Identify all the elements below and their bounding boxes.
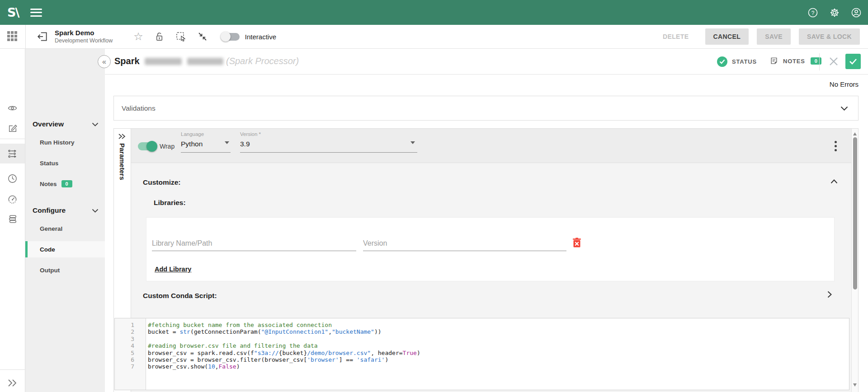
section-label: Overview [33,120,64,128]
confirm-check-button[interactable] [845,54,861,69]
wrap-label: Wrap [160,143,175,150]
history-clock-icon[interactable] [0,168,25,188]
sidenav-section-overview[interactable]: Overview [25,117,105,132]
no-errors-status: No Errors [830,80,859,88]
interactive-toggle[interactable] [222,33,240,41]
wrap-toggle[interactable] [138,142,156,150]
stage-title: Spark [114,56,140,66]
unlock-icon[interactable] [154,32,165,42]
select-mode-icon[interactable] [175,31,186,42]
item-label: Run History [40,139,75,146]
scroll-up-arrow[interactable] [853,132,857,135]
version-label: Version * [240,131,417,137]
chevron-down-icon [840,106,848,111]
library-version-input[interactable] [363,236,566,251]
sidenav-item-output[interactable]: Output [25,262,105,278]
item-label: General [40,225,62,232]
section-label: Configure [33,206,66,215]
preview-eye-icon[interactable] [0,98,25,118]
header-divider [819,53,820,70]
collapse-stage-icon[interactable]: « [98,55,111,68]
save-and-lock-button[interactable]: SAVE & LOCK [799,28,860,45]
svg-text:?: ? [811,9,815,16]
rail-divider [0,139,25,139]
account-icon[interactable] [851,7,862,18]
line-number: 5 [115,350,140,356]
menu-icon[interactable] [30,9,42,17]
status-button[interactable]: STATUS [717,56,757,67]
icon-rail [0,49,25,392]
app-window: S\ ? Spark Demo Development Workflow ☆ [0,0,868,392]
data-layers-icon[interactable] [0,209,25,229]
add-library-link[interactable]: Add Library [155,266,191,273]
line-number: 4 [115,342,140,349]
more-options-icon[interactable] [835,141,837,153]
sidenav-item-run-history[interactable]: Run History [25,134,105,150]
config-sidenav: Overview Run History Status Notes 0 Conf… [25,49,105,392]
pipeline-title-block[interactable]: Spark Demo Development Workflow [55,29,113,44]
chevron-down-icon [92,209,99,213]
line-number: 6 [115,356,140,363]
language-value: Python [181,140,231,148]
help-icon[interactable]: ? [807,7,818,18]
sidenav-item-notes[interactable]: Notes 0 [25,176,105,192]
version-value: 3.9 [240,140,417,148]
stage-header: « Spark (Spark Processor) STATUS NOTES 0 [105,49,868,75]
validations-label: Validations [122,104,156,112]
save-button[interactable]: SAVE [757,28,791,45]
collapse-view-icon[interactable] [197,31,208,42]
chevron-down-icon [92,122,99,126]
apps-grid-icon[interactable] [7,31,18,42]
redacted-text [145,58,182,65]
dropdown-caret-icon [225,141,229,144]
pipeline-subtitle: Development Workflow [55,37,113,45]
favorite-star-icon[interactable]: ☆ [133,30,143,43]
code-line: browser_csv = browser_csv.filter(browser… [140,356,388,363]
notes-button[interactable]: NOTES 0 [769,56,821,65]
code-line [140,336,148,342]
code-lines[interactable]: 1#fetching bucket name from the associat… [115,322,849,370]
language-label: Language [181,131,231,137]
library-name-input[interactable] [152,236,356,251]
exit-canvas-icon[interactable] [37,31,48,42]
code-line: bucket = str(getConnectionParam("@InputC… [140,328,382,335]
scrollbar-thumb[interactable] [853,137,857,289]
app-logo: S\ [7,5,19,19]
scroll-down-arrow[interactable] [853,383,857,387]
item-label: Output [40,267,60,274]
dropdown-caret-icon [410,141,415,144]
metrics-gauge-icon[interactable] [0,189,25,209]
item-label: Status [40,160,58,167]
language-select[interactable]: Language Python [181,131,231,153]
parameters-panel: Parameters Wrap Language Python Version … [113,128,859,392]
delete-button[interactable]: DELETE [655,28,697,45]
close-icon[interactable] [828,56,839,67]
chevron-up-icon[interactable] [830,179,838,184]
code-editor[interactable]: 1#fetching bucket name from the associat… [114,318,849,390]
parameters-rail-icon[interactable] [0,144,25,163]
panel-scrollbar [851,129,858,392]
expand-rail-icon[interactable] [0,373,25,392]
toolbar-divider [25,25,26,48]
delete-library-icon[interactable] [572,238,581,248]
libraries-heading: Libraries: [154,199,186,207]
version-select[interactable]: Version * 3.9 [240,131,417,153]
pipeline-toolbar: Spark Demo Development Workflow ☆ Intera… [0,25,868,49]
settings-icon[interactable] [829,7,840,18]
validations-expander[interactable]: Validations [113,96,859,121]
conda-script-heading: Custom Conda Script: [143,292,217,300]
item-label: Code [40,246,55,253]
sidenav-item-status[interactable]: Status [25,155,105,171]
interactive-label: Interactive [245,33,276,41]
edit-note-icon[interactable] [0,118,25,138]
chevron-right-icon[interactable] [827,291,832,298]
cancel-button[interactable]: CANCEL [705,28,749,45]
library-row-card: Add Library [146,217,835,281]
status-check-icon [717,56,727,67]
sidenav-item-general[interactable]: General [25,220,105,237]
sidenav-section-configure[interactable]: Configure [25,203,105,218]
line-number: 3 [115,336,140,342]
item-label: Notes [40,181,57,187]
collapse-panel-icon[interactable] [118,133,127,140]
sidenav-item-code[interactable]: Code [25,241,105,257]
